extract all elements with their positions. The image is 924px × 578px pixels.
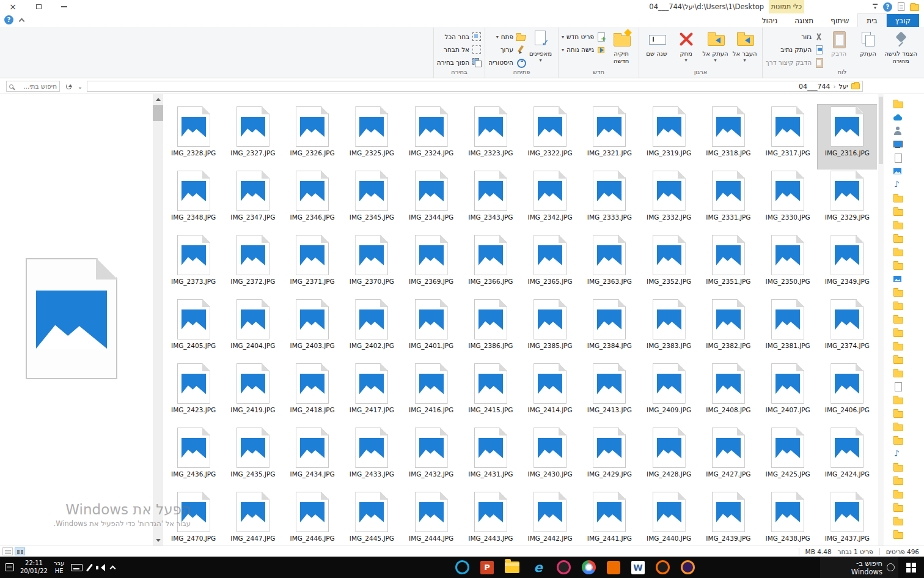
- restore-icon[interactable]: [26, 0, 51, 13]
- file-item[interactable]: IMG_2333.JPG: [580, 169, 639, 233]
- breadcrumb-item[interactable]: יעל: [838, 83, 848, 91]
- folder-icon[interactable]: [893, 368, 903, 378]
- delete-button[interactable]: מחק: [672, 29, 700, 68]
- file-item[interactable]: IMG_2403.JPG: [283, 297, 342, 361]
- file-item[interactable]: IMG_2385.JPG: [521, 297, 580, 361]
- taskbar-search[interactable]: חיפוש ב- Windows: [820, 557, 898, 578]
- new-folder-button[interactable]: תיקיה חדשה: [607, 29, 636, 68]
- powerpoint-icon[interactable]: P: [480, 561, 494, 574]
- file-item[interactable]: IMG_2427.JPG: [698, 426, 758, 490]
- folder-icon[interactable]: [893, 435, 903, 445]
- firefox-icon[interactable]: [681, 560, 695, 574]
- folder-icon[interactable]: [893, 220, 903, 230]
- file-item[interactable]: IMG_2382.JPG: [698, 297, 758, 361]
- cut-button[interactable]: גזור: [766, 32, 824, 42]
- media-player-icon[interactable]: [656, 560, 670, 574]
- volume-icon[interactable]: [96, 563, 105, 572]
- folder-icon[interactable]: [893, 530, 903, 539]
- folder-icon[interactable]: [893, 462, 903, 472]
- folder-icon[interactable]: [893, 489, 903, 499]
- file-item[interactable]: IMG_2352.JPG: [639, 233, 698, 297]
- file-item[interactable]: IMG_2317.JPG: [758, 105, 818, 169]
- file-item[interactable]: IMG_2328.JPG: [164, 105, 223, 169]
- folder-icon[interactable]: [893, 261, 903, 270]
- folder-icon[interactable]: [893, 287, 903, 297]
- file-item[interactable]: IMG_2372.JPG: [223, 233, 282, 297]
- file-item[interactable]: IMG_2325.JPG: [342, 105, 402, 169]
- select-all-button[interactable]: בחר הכל: [437, 32, 482, 42]
- file-item[interactable]: IMG_2424.JPG: [818, 426, 877, 490]
- scroll-down-icon[interactable]: [153, 535, 163, 546]
- file-item[interactable]: IMG_2446.JPG: [283, 490, 342, 546]
- file-item[interactable]: IMG_2326.JPG: [283, 105, 342, 169]
- file-item[interactable]: IMG_2386.JPG: [461, 297, 520, 361]
- touch-keyboard-icon[interactable]: [71, 564, 82, 571]
- folder-icon[interactable]: [893, 516, 903, 526]
- file-item[interactable]: IMG_2445.JPG: [342, 490, 402, 546]
- file-item[interactable]: IMG_2330.JPG: [758, 169, 818, 233]
- pen-icon[interactable]: [86, 563, 93, 571]
- file-item[interactable]: IMG_2413.JPG: [580, 361, 639, 426]
- taskbar-clock[interactable]: 22:11 20/01/22: [20, 560, 48, 575]
- file-item[interactable]: IMG_2366.JPG: [461, 233, 520, 297]
- file-item[interactable]: IMG_2402.JPG: [342, 297, 402, 361]
- folder-icon[interactable]: [893, 234, 903, 243]
- file-item[interactable]: IMG_2383.JPG: [639, 297, 698, 361]
- file-item[interactable]: IMG_2447.JPG: [223, 490, 282, 546]
- language-indicator[interactable]: עבר HE: [54, 560, 65, 575]
- camera-icon[interactable]: [557, 560, 571, 574]
- file-item[interactable]: IMG_2429.JPG: [580, 426, 639, 490]
- file-item[interactable]: IMG_2342.JPG: [521, 169, 580, 233]
- ribbon-help-icon[interactable]: ?: [4, 15, 13, 24]
- file-item[interactable]: IMG_2404.JPG: [223, 297, 282, 361]
- file-item[interactable]: IMG_2431.JPG: [461, 426, 520, 490]
- file-list-scrollbar[interactable]: [153, 94, 163, 546]
- word-icon[interactable]: W: [631, 561, 645, 574]
- tab-view[interactable]: תצוגה: [786, 14, 822, 27]
- file-item[interactable]: IMG_2409.JPG: [639, 361, 698, 426]
- file-item[interactable]: IMG_2414.JPG: [521, 361, 580, 426]
- nav-pane-scrollbar[interactable]: [878, 94, 884, 546]
- breadcrumb-item[interactable]: 744___04: [799, 83, 831, 91]
- paste-shortcut-button[interactable]: הדבק קיצור דרך: [766, 57, 824, 67]
- file-item[interactable]: IMG_2401.JPG: [402, 297, 461, 361]
- folder-icon[interactable]: [893, 301, 903, 311]
- select-none-button[interactable]: אל תבחר: [437, 45, 482, 54]
- file-item[interactable]: IMG_2443.JPG: [461, 490, 520, 546]
- folder-icon[interactable]: [893, 409, 903, 418]
- file-item[interactable]: IMG_2432.JPG: [402, 426, 461, 490]
- open-button[interactable]: פתח▾: [488, 32, 526, 42]
- copy-button[interactable]: העתק: [854, 29, 882, 68]
- file-item[interactable]: IMG_2438.JPG: [758, 490, 818, 546]
- picture-icon[interactable]: [893, 166, 903, 176]
- file-item[interactable]: IMG_2318.JPG: [698, 105, 758, 169]
- chrome-icon[interactable]: [582, 560, 596, 574]
- search-input[interactable]: [15, 83, 57, 90]
- file-item[interactable]: IMG_2348.JPG: [164, 169, 223, 233]
- file-item[interactable]: IMG_2434.JPG: [283, 426, 342, 490]
- paste-button[interactable]: הדבק: [824, 29, 853, 68]
- file-item[interactable]: IMG_2321.JPG: [580, 105, 639, 169]
- file-item[interactable]: IMG_2329.JPG: [818, 169, 877, 233]
- file-item[interactable]: IMG_2436.JPG: [164, 426, 223, 490]
- move-to-button[interactable]: העבר אל: [730, 29, 759, 68]
- file-item[interactable]: IMG_2346.JPG: [283, 169, 342, 233]
- address-bar[interactable]: יעל ‹ 744___04: [87, 81, 863, 92]
- new-item-button[interactable]: פריט חדש▾: [562, 32, 606, 42]
- file-item[interactable]: IMG_2351.JPG: [698, 233, 758, 297]
- folder-icon[interactable]: [893, 328, 903, 338]
- page-icon[interactable]: [893, 382, 903, 391]
- history-button[interactable]: היסטוריה: [488, 57, 526, 67]
- new-folder-icon[interactable]: [910, 4, 919, 11]
- file-item[interactable]: IMG_2428.JPG: [639, 426, 698, 490]
- minimize-icon[interactable]: [51, 0, 77, 13]
- copy-to-button[interactable]: העתק אל: [701, 29, 730, 68]
- file-item[interactable]: IMG_2441.JPG: [580, 490, 639, 546]
- close-icon[interactable]: ×: [0, 0, 26, 13]
- refresh-icon[interactable]: [64, 82, 73, 91]
- file-item[interactable]: IMG_2370.JPG: [342, 233, 402, 297]
- file-item[interactable]: IMG_2440.JPG: [639, 490, 698, 546]
- file-item[interactable]: IMG_2437.JPG: [818, 490, 877, 546]
- folder-icon[interactable]: [893, 314, 903, 324]
- properties-button[interactable]: מאפיינים: [526, 29, 555, 68]
